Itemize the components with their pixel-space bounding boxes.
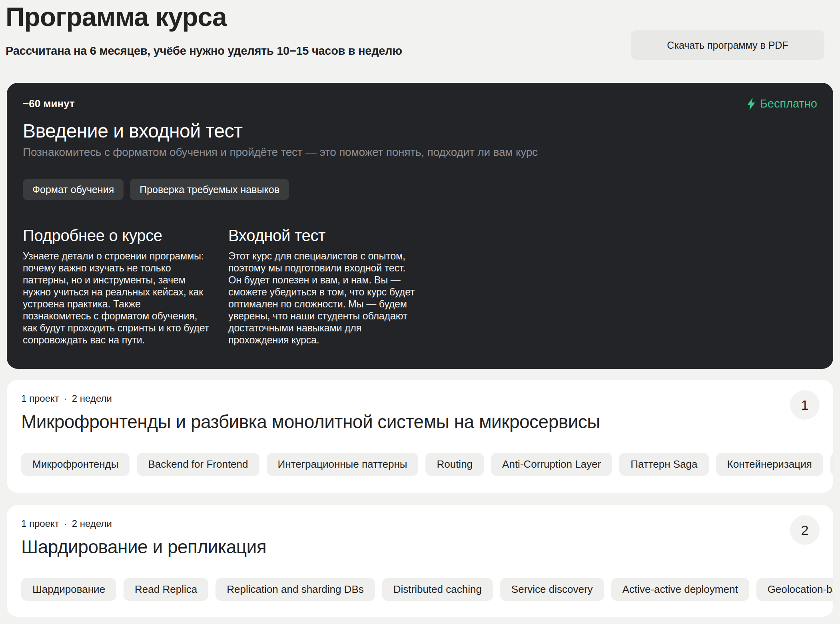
course-program-page: Программа курса Рассчитана на 6 месяцев,… <box>0 0 840 624</box>
intro-column-text: Узнаете детали о строении программы: поч… <box>23 250 211 346</box>
module-tag-chip: Active-active deployment <box>611 578 749 601</box>
free-badge-label: Бесплатно <box>760 97 817 110</box>
module-weeks-label: 2 недели <box>72 393 112 404</box>
module-title: Шардирование и репликация <box>21 536 819 557</box>
intro-column-heading: Входной тест <box>228 226 416 245</box>
module-number-badge: 2 <box>790 515 820 545</box>
module-weeks-label: 2 недели <box>72 518 112 529</box>
intro-description: Познакомитесь с форматом обучения и прой… <box>23 145 817 159</box>
page-title: Программа курса <box>6 3 833 31</box>
intro-columns: Подробнее о курсе Узнаете детали о строе… <box>23 226 817 346</box>
duration-label: ~60 минут <box>23 98 75 110</box>
intro-column-heading: Подробнее о курсе <box>23 226 211 245</box>
intro-tag-chip: Формат обучения <box>23 179 124 200</box>
module-tag-chip: Read Replica <box>124 578 208 601</box>
meta-separator: · <box>64 393 67 404</box>
intro-column-text: Этот курс для специалистов с опытом, поэ… <box>228 250 416 346</box>
intro-column-about-course: Подробнее о курсе Узнаете детали о строе… <box>23 226 211 346</box>
module-tag-chip: Шардирование <box>21 578 116 601</box>
intro-column-entry-test: Входной тест Этот курс для специалистов … <box>228 226 416 346</box>
lightning-icon <box>747 98 756 110</box>
download-pdf-button[interactable]: Скачать программу в PDF <box>631 30 824 60</box>
module-number-badge: 1 <box>790 390 820 420</box>
module-card-2[interactable]: 1 проект · 2 недели 2 Шардирование и реп… <box>7 505 833 617</box>
module-card-1[interactable]: 1 проект · 2 недели 1 Микрофронтенды и р… <box>7 380 833 493</box>
free-badge: Бесплатно <box>747 97 817 110</box>
module-tag-chip: Replication and sharding DBs <box>215 578 375 601</box>
module-tag-chip: Паттерн Saga <box>619 453 708 476</box>
module-tag-chip: Anti-Corruption Layer <box>491 453 612 476</box>
module-meta: 1 проект · 2 недели <box>21 518 819 529</box>
page-header: Программа курса Рассчитана на 6 месяцев,… <box>0 0 840 83</box>
module-tag-chip: Backend for Frontend <box>137 453 259 476</box>
module-tag-chip: Микрофронтенды <box>21 453 130 476</box>
module-tag-chip: Geolocation-based routing <box>756 578 833 601</box>
module-tag-chip: Distributed caching <box>382 578 493 601</box>
module-tag-chip: Service discovery <box>500 578 604 601</box>
module-projects-label: 1 проект <box>21 518 59 529</box>
meta-separator: · <box>64 518 67 529</box>
intro-tag-chip: Проверка требуемых навыков <box>130 179 289 200</box>
module-meta: 1 проект · 2 недели <box>21 393 819 404</box>
intro-card-top-row: ~60 минут Бесплатно <box>23 97 817 110</box>
module-title: Микрофронтенды и разбивка монолитной сис… <box>21 411 819 432</box>
module-projects-label: 1 проект <box>21 393 59 404</box>
intro-tags-row: Формат обучения Проверка требуемых навык… <box>23 179 817 200</box>
module-tag-chip: Интеграционные паттерны <box>267 453 419 476</box>
module-tags-row: Микрофронтенды Backend for Frontend Инте… <box>21 453 819 476</box>
module-tag-chip: Контейнеризация <box>716 453 823 476</box>
module-tag-chip: Развёртывание <box>830 453 833 476</box>
intro-title: Введение и входной тест <box>23 120 817 142</box>
module-tag-chip: Routing <box>425 453 484 476</box>
intro-card: ~60 минут Бесплатно Введение и входной т… <box>7 83 833 369</box>
module-tags-row: Шардирование Read Replica Replication an… <box>21 578 819 601</box>
